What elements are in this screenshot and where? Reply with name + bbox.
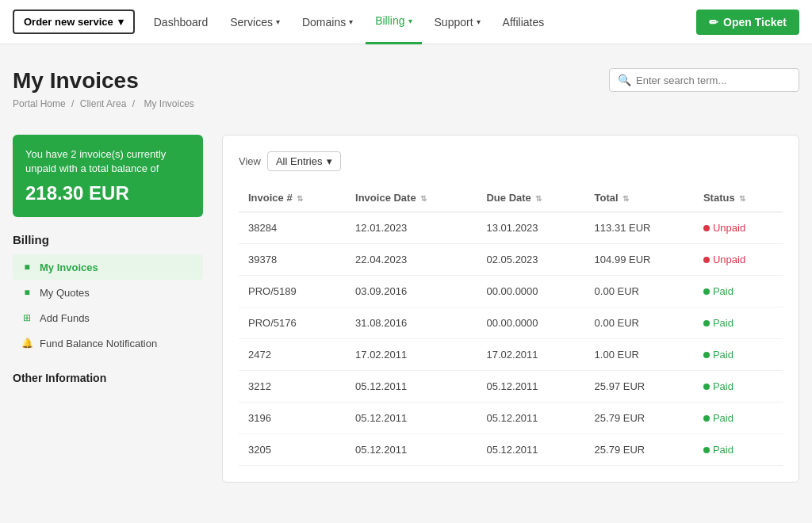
table-body: 38284 12.01.2023 13.01.2023 113.31 EUR U… [239, 212, 783, 466]
sidebar-item-add-funds[interactable]: ⊞ Add Funds [13, 305, 203, 330]
open-ticket-button[interactable]: ✏ Open Ticket [696, 10, 799, 35]
cell-invoice-date: 05.12.2011 [346, 371, 477, 403]
view-label: View [239, 155, 261, 167]
support-chevron-icon: ▾ [477, 17, 481, 26]
cell-invoice-number: 3205 [239, 434, 346, 466]
search-input[interactable] [636, 74, 791, 86]
breadcrumb: Portal Home / Client Area / My Invoices [13, 98, 197, 109]
banner-amount: 218.30 EUR [25, 182, 190, 204]
col-invoice-number[interactable]: Invoice # ⇅ [239, 184, 346, 212]
cell-status: Unpaid [694, 244, 783, 276]
sidebar: You have 2 invoice(s) currently unpaid w… [13, 135, 203, 483]
status-dot-icon [703, 288, 710, 295]
cell-status: Paid [694, 276, 783, 307]
nav-affiliates[interactable]: Affiliates [493, 0, 554, 44]
status-label: Paid [713, 317, 733, 329]
fund-balance-notification-icon: 🔔 [21, 337, 33, 349]
nav-services[interactable]: Services ▾ [220, 0, 289, 44]
breadcrumb-client-area[interactable]: Client Area [80, 98, 127, 109]
search-bar-area: 🔍 [609, 68, 799, 92]
cell-invoice-date: 17.02.2011 [346, 339, 477, 371]
navbar: Order new service ▾ Dashboard Services ▾… [0, 0, 812, 44]
col-invoice-date[interactable]: Invoice Date ⇅ [346, 184, 477, 212]
table-row[interactable]: 3212 05.12.2011 05.12.2011 25.97 EUR Pai… [239, 371, 783, 403]
status-label: Unpaid [713, 254, 745, 265]
status-dot-icon [703, 225, 710, 231]
view-dropdown[interactable]: All Entries ▾ [267, 151, 342, 171]
status-label: Unpaid [713, 222, 745, 234]
status-sort-icon: ⇅ [739, 194, 745, 203]
sidebar-item-my-quotes[interactable]: ■ My Quotes [13, 280, 203, 305]
status-label: Paid [713, 412, 733, 424]
nav-dashboard[interactable]: Dashboard [144, 0, 218, 44]
cell-invoice-number: 38284 [239, 212, 346, 244]
my-quotes-icon: ■ [21, 286, 33, 299]
cell-total: 0.00 EUR [585, 276, 694, 307]
cell-total: 0.00 EUR [585, 307, 694, 339]
billing-chevron-icon: ▾ [408, 17, 412, 25]
table-row[interactable]: 2472 17.02.2011 17.02.2011 1.00 EUR Paid [239, 339, 783, 371]
cell-due-date: 02.05.2023 [477, 244, 584, 276]
cell-invoice-date: 31.08.2016 [346, 307, 477, 339]
nav-domains[interactable]: Domains ▾ [293, 0, 362, 44]
other-information-title: Other Information [13, 372, 203, 384]
cell-invoice-date: 05.12.2011 [346, 403, 477, 434]
pencil-icon: ✏ [709, 16, 718, 29]
cell-due-date: 00.00.0000 [477, 307, 584, 339]
breadcrumb-portal-home[interactable]: Portal Home [13, 98, 66, 109]
order-new-service-button[interactable]: Order new service ▾ [13, 10, 135, 34]
cell-total: 113.31 EUR [585, 212, 694, 244]
cell-status: Paid [694, 339, 783, 371]
sidebar-item-fund-balance-notification[interactable]: 🔔 Fund Balance Notification [13, 330, 203, 356]
status-label: Paid [713, 380, 733, 392]
main-container: My Invoices Portal Home / Client Area / … [0, 44, 812, 506]
due-date-sort-icon: ⇅ [535, 194, 542, 203]
col-due-date[interactable]: Due Date ⇅ [477, 184, 584, 212]
cell-invoice-number: PRO/5189 [239, 276, 346, 307]
sidebar-item-my-invoices[interactable]: ■ My Invoices [13, 254, 203, 280]
cell-total: 104.99 EUR [585, 244, 694, 276]
table-row[interactable]: PRO/5189 03.09.2016 00.00.0000 0.00 EUR … [239, 276, 783, 307]
table-row[interactable]: PRO/5176 31.08.2016 00.00.0000 0.00 EUR … [239, 307, 783, 339]
col-total[interactable]: Total ⇅ [585, 184, 694, 212]
table-header: Invoice # ⇅ Invoice Date ⇅ Due Date ⇅ [239, 184, 783, 212]
cell-due-date: 00.00.0000 [477, 276, 584, 307]
page-header: My Invoices Portal Home / Client Area / … [13, 68, 197, 109]
table-row[interactable]: 38284 12.01.2023 13.01.2023 113.31 EUR U… [239, 212, 783, 244]
my-invoices-icon: ■ [21, 261, 33, 273]
search-wrapper: 🔍 [609, 68, 799, 92]
cell-total: 25.79 EUR [585, 403, 694, 434]
table-row[interactable]: 3205 05.12.2011 05.12.2011 25.79 EUR Pai… [239, 434, 783, 466]
status-label: Paid [713, 444, 733, 456]
search-icon: 🔍 [618, 74, 631, 86]
cell-invoice-number: 3196 [239, 403, 346, 434]
status-dot-icon [703, 384, 710, 390]
cell-total: 25.97 EUR [585, 371, 694, 403]
content-layout: You have 2 invoice(s) currently unpaid w… [13, 135, 799, 483]
nav-billing[interactable]: Billing ▾ [366, 0, 421, 44]
cell-invoice-number: 39378 [239, 244, 346, 276]
status-label: Paid [713, 349, 733, 361]
status-label: Paid [713, 285, 733, 297]
cell-due-date: 13.01.2023 [477, 212, 584, 244]
col-status[interactable]: Status ⇅ [694, 184, 783, 212]
cell-status: Paid [694, 403, 783, 434]
sidebar-menu: ■ My Invoices ■ My Quotes ⊞ Add Funds 🔔 … [13, 254, 203, 356]
invoices-table: Invoice # ⇅ Invoice Date ⇅ Due Date ⇅ [239, 184, 783, 466]
cell-invoice-date: 05.12.2011 [346, 434, 477, 466]
nav-support[interactable]: Support ▾ [425, 0, 490, 44]
cell-invoice-number: 2472 [239, 339, 346, 371]
table-row[interactable]: 3196 05.12.2011 05.12.2011 25.79 EUR Pai… [239, 403, 783, 434]
cell-due-date: 05.12.2011 [477, 403, 584, 434]
cell-due-date: 05.12.2011 [477, 371, 584, 403]
billing-section-title: Billing [13, 233, 203, 246]
cell-due-date: 05.12.2011 [477, 434, 584, 466]
table-row[interactable]: 39378 22.04.2023 02.05.2023 104.99 EUR U… [239, 244, 783, 276]
cell-status: Unpaid [694, 212, 783, 244]
cell-total: 1.00 EUR [585, 339, 694, 371]
cell-total: 25.79 EUR [585, 434, 694, 466]
cell-invoice-date: 22.04.2023 [346, 244, 477, 276]
cell-invoice-number: PRO/5176 [239, 307, 346, 339]
banner-text: You have 2 invoice(s) currently unpaid w… [25, 147, 190, 176]
domains-chevron-icon: ▾ [349, 17, 353, 26]
